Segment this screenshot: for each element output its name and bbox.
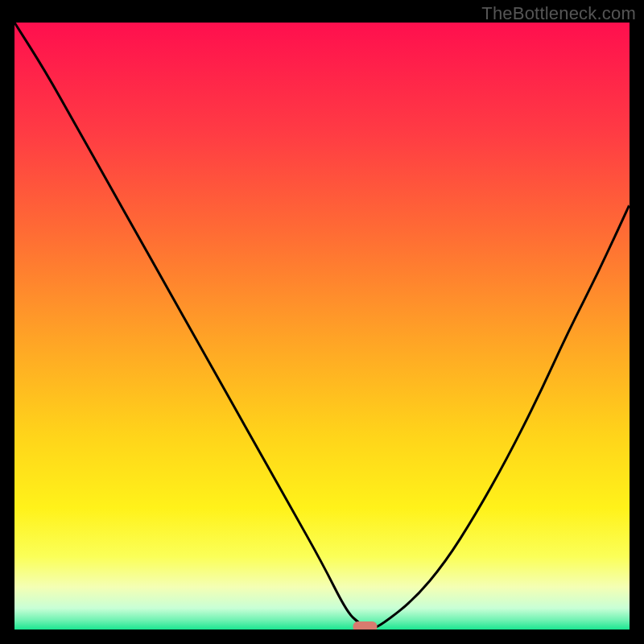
chart-svg [14,23,630,630]
gradient-background [14,23,630,630]
plot-area [14,23,630,630]
watermark-text: TheBottleneck.com [481,3,636,24]
optimal-marker [353,621,377,630]
chart-frame: TheBottleneck.com [0,0,644,644]
